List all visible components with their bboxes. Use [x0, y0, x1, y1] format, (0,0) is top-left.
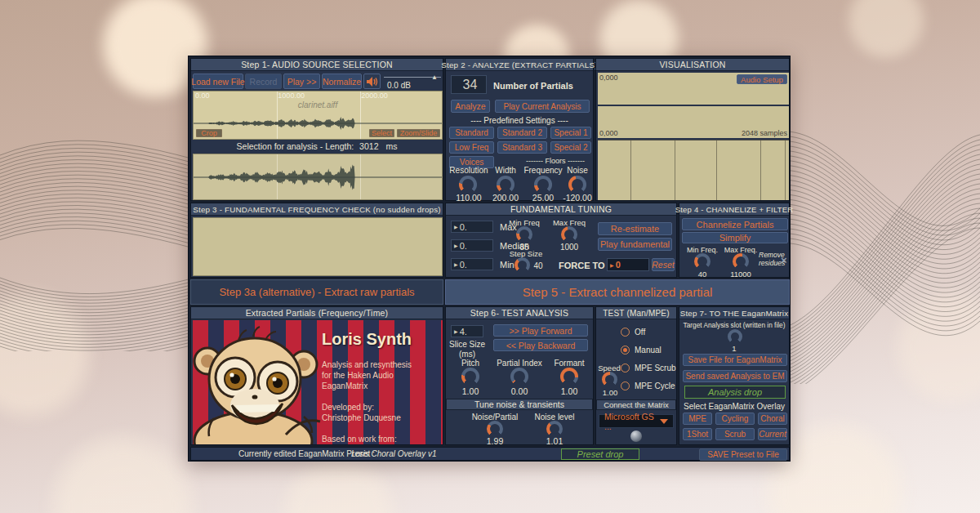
radio-mpe-scrub[interactable] — [621, 364, 630, 372]
partials-count-field[interactable]: 34 — [451, 75, 487, 94]
visualisation-scope1[interactable]: 0,000 Audio Setup — [598, 73, 789, 105]
noise-level-knob[interactable] — [546, 421, 563, 437]
analyze-button[interactable]: Analyze — [451, 100, 490, 113]
fundamental-check-display[interactable] — [193, 217, 443, 276]
radio-off[interactable] — [621, 328, 630, 337]
overlay-scrub-button[interactable]: Scrub — [715, 428, 755, 440]
reset-button[interactable]: Reset — [652, 258, 675, 271]
max-freq-knob[interactable] — [561, 226, 577, 243]
overlay-cycling-button[interactable]: Cycling — [715, 413, 755, 425]
bokeh-circle — [890, 286, 980, 408]
target-slot-knob[interactable] — [728, 329, 742, 344]
value-marker: ▶ — [454, 261, 458, 267]
visualisation-scope2[interactable]: 0,000 2048 samples — [598, 106, 789, 138]
force-to-field[interactable]: ▶0 — [607, 258, 649, 271]
artwork-title: Loris Synth — [322, 328, 441, 350]
min-label: Min — [500, 260, 514, 270]
remove-residues-label: Removeresidues — [759, 251, 783, 267]
noise-partial-knob[interactable] — [487, 421, 503, 437]
normalize-button[interactable]: Normalize — [322, 74, 362, 89]
partial-index-knob-label: Partial Index — [492, 359, 547, 368]
bokeh-circle — [841, 0, 931, 61]
speaker-icon[interactable] — [363, 74, 381, 89]
overlay-mpe-button[interactable]: MPE — [683, 413, 712, 425]
extracted-partials-display[interactable]: Loris Synth Analysis and resynthesisfor … — [193, 320, 443, 444]
play-backward-button[interactable]: << Play Backward — [493, 339, 588, 351]
monkey-illustration — [193, 320, 327, 444]
test-title: TEST (Man/MPE) — [596, 307, 676, 319]
artwork-text: Loris Synth Analysis and resynthesisfor … — [322, 328, 441, 444]
send-analysis-button[interactable]: Send saved Analysis to EM — [683, 370, 787, 382]
slice-size-field[interactable]: ▶4. — [451, 325, 483, 337]
resolution-knob[interactable] — [459, 176, 477, 194]
min-field[interactable]: ▶0. — [451, 258, 493, 270]
step3a-header-label: Step 3a (alternative) - Extract raw part… — [219, 286, 414, 298]
preset-drop-zone[interactable]: Preset drop — [561, 448, 639, 460]
save-file-button[interactable]: Save File for EaganMatrix — [683, 354, 787, 366]
formant-knob[interactable] — [560, 368, 578, 386]
noise-knob-label: Noise — [562, 166, 593, 175]
matrix-connection-icon[interactable] — [630, 430, 642, 442]
volume-value: 0.0 dB — [387, 81, 411, 90]
fundamental-tuning-title: FUNDAMENTAL TUNING — [446, 203, 676, 216]
record-button[interactable]: Record — [245, 74, 282, 89]
overlay-current-button[interactable]: Current — [758, 428, 787, 440]
max-field[interactable]: ▶0. — [451, 221, 493, 233]
selection-length-value[interactable]: 3012 — [359, 141, 378, 151]
play-forward-button[interactable]: >> Play Forward — [493, 324, 588, 337]
radio-mpe-cycle-label: MPE Cycle — [635, 381, 675, 390]
overlay-choral-button[interactable]: Choral — [758, 413, 787, 425]
radio-off-label: Off — [635, 328, 645, 337]
partial-index-knob[interactable] — [510, 368, 528, 386]
audio-setup-button[interactable]: Audio Setup — [737, 74, 787, 84]
preset-standard2-button[interactable]: Standard 2 — [497, 127, 547, 139]
midi-device-dropdown[interactable]: Microsoft GS ... — [599, 414, 674, 428]
step4-title: Step 4 - CHANNELIZE + FILTER — [679, 203, 789, 216]
selection-waveform-display[interactable] — [193, 154, 443, 200]
step-size-knob-value: 40 — [529, 261, 547, 270]
width-knob-label: Width — [488, 166, 523, 175]
remove-residues-checkbox[interactable]: × — [781, 254, 787, 266]
zoom-slide-button[interactable]: Zoom/Slide — [397, 129, 440, 137]
preset-standard3-button[interactable]: Standard 3 — [497, 141, 547, 154]
step4-max-freq-knob[interactable] — [733, 253, 749, 270]
analysis-drop-zone[interactable]: Analysis drop — [684, 386, 786, 399]
save-preset-button[interactable]: SAVE Preset to File — [699, 448, 787, 461]
step4-min-freq-knob[interactable] — [694, 253, 710, 270]
scope1-value: 0,000 — [599, 74, 618, 82]
play-current-analysis-button[interactable]: Play Current Analysis — [495, 100, 590, 113]
step1-panel: Step 1- AUDIO SOURCE SELECTION Load new … — [190, 58, 443, 201]
noise-knob[interactable] — [568, 176, 586, 194]
step3a-header: Step 3a (alternative) - Extract raw part… — [190, 279, 443, 305]
select-button[interactable]: Select — [369, 129, 394, 137]
load-new-file-button[interactable]: Load new File — [193, 74, 243, 89]
pitch-knob[interactable] — [461, 368, 479, 386]
preset-standard-button[interactable]: Standard — [449, 127, 494, 139]
volume-slider-thumb[interactable]: ▲ — [431, 74, 438, 81]
simplify-button[interactable]: Simplify — [682, 232, 788, 243]
median-field[interactable]: ▶0. — [451, 239, 493, 252]
speed-knob[interactable] — [602, 372, 617, 387]
preset-special2-button[interactable]: Special 2 — [550, 141, 591, 154]
step4-max-freq-value: 11000 — [724, 270, 757, 279]
width-knob[interactable] — [497, 176, 514, 194]
source-waveform-display[interactable]: 0.00 1000.00 2000.00 clarinet.aiff Crop … — [193, 91, 443, 140]
force-to-label: FORCE TO — [559, 261, 605, 270]
re-estimate-button[interactable]: Re-estimate — [598, 222, 672, 235]
step-size-knob[interactable] — [514, 257, 530, 273]
min-freq-knob[interactable] — [516, 226, 532, 243]
radio-manual[interactable] — [621, 346, 630, 355]
tune-noise-title: Tune noise & transients — [446, 399, 593, 410]
play-fundamental-button[interactable]: Play fundamental — [598, 238, 672, 251]
max-freq-knob-value: 1000 — [553, 243, 586, 252]
channelize-partials-button[interactable]: Channelize Partials — [682, 218, 788, 230]
crop-button[interactable]: Crop — [196, 129, 222, 137]
play-button[interactable]: Play >> — [283, 74, 320, 89]
current-preset-value: Loris Choral Overlay v1 — [351, 449, 436, 458]
preset-special1-button[interactable]: Special 1 — [550, 127, 591, 139]
overlay-1shot-button[interactable]: 1Shot — [683, 428, 712, 440]
preset-lowfreq-button[interactable]: Low Freq — [449, 141, 494, 154]
visualisation-spectrum[interactable] — [598, 140, 789, 200]
step-size-knob-label: Step Size — [505, 249, 547, 258]
frequency-knob[interactable] — [534, 176, 552, 194]
